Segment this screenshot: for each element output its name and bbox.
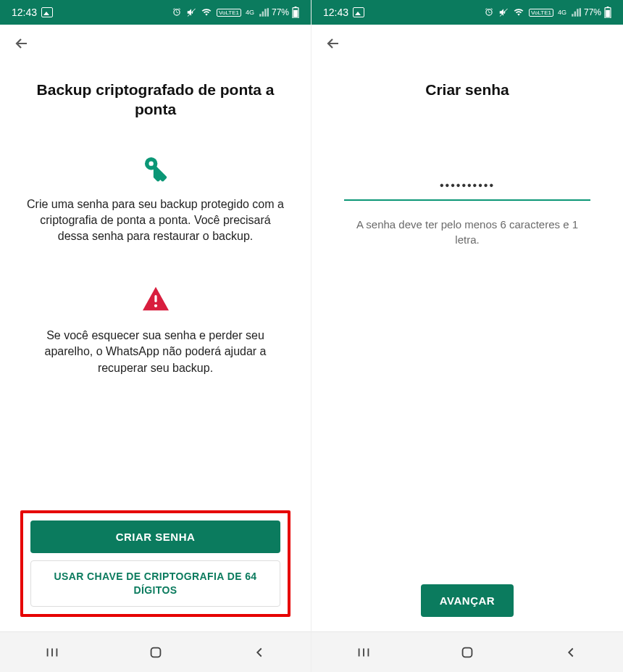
password-hint: A senha deve ter pelo menos 6 caracteres… xyxy=(332,217,603,247)
back-button[interactable] xyxy=(10,32,33,58)
status-time: 12:43 xyxy=(12,7,37,18)
info-text: Crie uma senha para seu backup protegido… xyxy=(20,196,290,245)
status-bar: 12:43 VoLTE1 4G 77% xyxy=(312,0,623,25)
svg-rect-5 xyxy=(154,295,156,302)
warning-icon xyxy=(141,286,170,312)
svg-rect-13 xyxy=(606,10,610,17)
warn-text: Se você esquecer sua senha e perder seu … xyxy=(20,328,290,376)
password-input[interactable] xyxy=(344,172,590,201)
app-header xyxy=(312,25,623,65)
wifi-icon xyxy=(201,7,212,17)
battery-icon xyxy=(292,7,299,18)
advance-button[interactable]: AVANÇAR xyxy=(421,584,514,617)
alarm-icon xyxy=(484,7,494,17)
page-title: Criar senha xyxy=(332,80,603,99)
status-bar: 12:43 VoLTE1 4G 77% xyxy=(0,0,311,25)
alarm-icon xyxy=(172,7,182,17)
button-area: AVANÇAR xyxy=(332,584,603,617)
image-icon xyxy=(353,7,364,17)
network-type: 4G xyxy=(558,9,566,16)
battery-icon xyxy=(604,7,611,18)
create-password-button[interactable]: CRIAR SENHA xyxy=(30,520,280,553)
nav-back[interactable] xyxy=(549,644,593,660)
svg-point-4 xyxy=(149,161,153,165)
use-64-digit-key-button[interactable]: USAR CHAVE DE CRIPTOGRAFIA DE 64 DÍGITOS xyxy=(30,560,280,607)
button-area-highlighted: CRIAR SENHA USAR CHAVE DE CRIPTOGRAFIA D… xyxy=(20,510,290,617)
signal-icon xyxy=(259,7,269,17)
warn-block: Se você esquecer sua senha e perder seu … xyxy=(20,286,290,376)
svg-rect-10 xyxy=(151,647,160,657)
nav-recent[interactable] xyxy=(30,644,74,660)
svg-rect-2 xyxy=(293,10,298,17)
content-area: Criar senha A senha deve ter pelo menos … xyxy=(312,65,623,631)
svg-point-6 xyxy=(154,304,156,307)
nav-back[interactable] xyxy=(238,644,281,660)
nav-recent[interactable] xyxy=(342,644,385,660)
image-icon xyxy=(41,7,53,17)
phone-screen-left: 12:43 VoLTE1 4G 77% Backup criptografado… xyxy=(0,0,312,672)
nav-home[interactable] xyxy=(446,644,489,660)
android-nav-bar xyxy=(0,631,311,672)
phone-screen-right: 12:43 VoLTE1 4G 77% Criar senha A sen xyxy=(312,0,623,672)
mute-icon xyxy=(498,7,509,17)
svg-rect-1 xyxy=(294,7,296,8)
page-title: Backup criptografado de ponta a ponta xyxy=(20,80,290,120)
android-nav-bar xyxy=(312,631,623,672)
content-area: Backup criptografado de ponta a ponta Cr… xyxy=(0,65,311,631)
battery-percent: 77% xyxy=(584,7,601,17)
signal-icon xyxy=(571,7,581,17)
mute-icon xyxy=(186,7,196,17)
wifi-icon xyxy=(513,7,524,17)
back-button[interactable] xyxy=(322,32,345,58)
svg-rect-17 xyxy=(463,647,472,657)
app-header xyxy=(0,25,311,65)
battery-percent: 77% xyxy=(272,7,289,17)
status-time: 12:43 xyxy=(323,7,348,18)
key-icon xyxy=(142,154,170,182)
network-type: 4G xyxy=(246,9,254,16)
password-field-wrap: A senha deve ter pelo menos 6 caracteres… xyxy=(332,172,603,247)
svg-rect-12 xyxy=(606,7,609,8)
nav-home[interactable] xyxy=(134,644,177,660)
info-block: Crie uma senha para seu backup protegido… xyxy=(20,154,290,245)
volte-icon: VoLTE1 xyxy=(217,9,241,17)
volte-icon: VoLTE1 xyxy=(529,9,553,17)
